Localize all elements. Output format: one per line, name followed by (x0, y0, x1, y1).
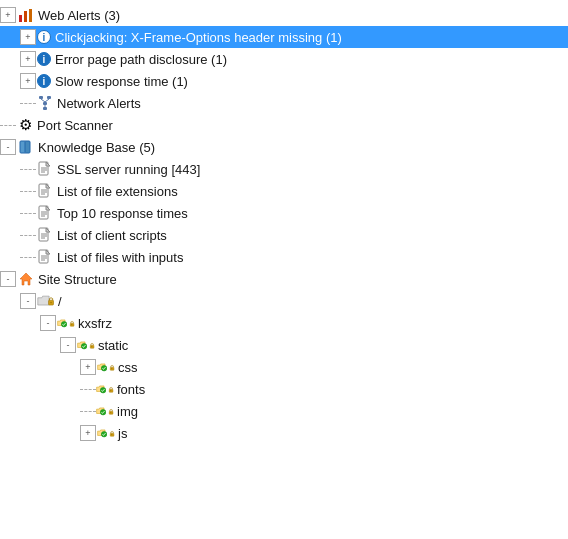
svg-rect-4 (47, 96, 51, 99)
svg-rect-1 (24, 11, 27, 22)
check-lock-icon (57, 314, 75, 332)
connector (80, 411, 96, 412)
tree-item-clickjacking[interactable]: +iClickjacking: X-Frame-Options header m… (0, 26, 568, 48)
tree-item-static[interactable]: - static (0, 334, 568, 356)
tree-item-files-inputs[interactable]: List of files with inputs (0, 246, 568, 268)
dash-line (80, 389, 96, 390)
expander-root-folder[interactable]: - (20, 293, 36, 309)
connector (80, 389, 96, 390)
dash-line (20, 257, 36, 258)
svg-rect-56 (110, 412, 111, 413)
expander-knowledge-base[interactable]: - (0, 139, 16, 155)
tree-item-css[interactable]: + css (0, 356, 568, 378)
svg-rect-2 (29, 9, 32, 22)
doc-icon (36, 182, 54, 200)
tree-label-web-alerts: Web Alerts (3) (38, 8, 120, 23)
tree-item-site-structure[interactable]: - Site Structure (0, 268, 568, 290)
tree-item-root-folder[interactable]: - / (0, 290, 568, 312)
expander-web-alerts[interactable]: + (0, 7, 16, 23)
check-lock-icon (77, 336, 95, 354)
expander-kxsfrz[interactable]: - (40, 315, 56, 331)
tree-label-ssl-server: SSL server running [443] (57, 162, 200, 177)
tree-item-network-alerts[interactable]: Network Alerts (0, 92, 568, 114)
info-icon: i (37, 30, 51, 44)
expander-error-page[interactable]: + (20, 51, 36, 67)
connector (20, 103, 36, 104)
tree-label-slow-response: Slow response time (1) (55, 74, 188, 89)
tree-item-web-alerts[interactable]: + Web Alerts (3) (0, 4, 568, 26)
connector (0, 125, 16, 126)
network-icon (36, 94, 54, 112)
tree-label-css: css (118, 360, 138, 375)
expander-clickjacking[interactable]: + (20, 29, 36, 45)
svg-rect-50 (111, 368, 112, 369)
info-icon: i (37, 52, 51, 66)
tree-item-error-page[interactable]: +iError page path disclosure (1) (0, 48, 568, 70)
check-lock-icon (97, 424, 115, 442)
expander-slow-response[interactable]: + (20, 73, 36, 89)
svg-rect-6 (43, 107, 47, 110)
check-lock-icon (96, 402, 114, 420)
tree-item-ssl-server[interactable]: SSL server running [443] (0, 158, 568, 180)
svg-rect-11 (25, 141, 30, 153)
tree-item-knowledge-base[interactable]: - Knowledge Base (5) (0, 136, 568, 158)
tree-item-top10-response[interactable]: Top 10 response times (0, 202, 568, 224)
svg-rect-0 (19, 15, 22, 22)
doc-icon (36, 226, 54, 244)
connector (20, 257, 36, 258)
tree-label-kxsfrz: kxsfrz (78, 316, 112, 331)
expander-site-structure[interactable]: - (0, 271, 16, 287)
doc-icon (36, 248, 54, 266)
tree-label-img: img (117, 404, 138, 419)
tree-item-client-scripts[interactable]: List of client scripts (0, 224, 568, 246)
expander-js[interactable]: + (80, 425, 96, 441)
gear-icon: ⚙ (16, 116, 34, 134)
tree-label-files-inputs: List of files with inputs (57, 250, 183, 265)
dash-line (0, 125, 16, 126)
check-lock-icon (97, 358, 115, 376)
tree-label-knowledge-base: Knowledge Base (5) (38, 140, 155, 155)
svg-rect-3 (39, 96, 43, 99)
bar-chart-icon (17, 6, 35, 24)
svg-line-8 (45, 99, 49, 102)
book-icon (17, 138, 35, 156)
tree-item-js[interactable]: + js (0, 422, 568, 444)
tree-label-root-folder: / (58, 294, 62, 309)
tree-item-port-scanner[interactable]: ⚙Port Scanner (0, 114, 568, 136)
tree-label-js: js (118, 426, 127, 441)
dash-line (20, 213, 36, 214)
dash-line (80, 411, 96, 412)
tree-label-network-alerts: Network Alerts (57, 96, 141, 111)
connector (20, 191, 36, 192)
tree-label-site-structure: Site Structure (38, 272, 117, 287)
dash-line (20, 103, 36, 104)
tree-label-static: static (98, 338, 128, 353)
info-icon: i (37, 74, 51, 88)
expander-css[interactable]: + (80, 359, 96, 375)
tree-label-fonts: fonts (117, 382, 145, 397)
svg-rect-59 (111, 434, 112, 435)
tree-view: + Web Alerts (3)+iClickjacking: X-Frame-… (0, 0, 568, 448)
svg-rect-10 (20, 141, 25, 153)
tree-item-img[interactable]: img (0, 400, 568, 422)
expander-static[interactable]: - (60, 337, 76, 353)
svg-rect-53 (110, 390, 111, 391)
doc-icon (36, 160, 54, 178)
doc-icon (36, 204, 54, 222)
svg-rect-47 (91, 346, 92, 347)
svg-rect-44 (71, 324, 72, 325)
tree-item-file-extensions[interactable]: List of file extensions (0, 180, 568, 202)
tree-item-slow-response[interactable]: +iSlow response time (1) (0, 70, 568, 92)
svg-line-7 (41, 99, 45, 102)
tree-label-error-page: Error page path disclosure (1) (55, 52, 227, 67)
tree-label-file-extensions: List of file extensions (57, 184, 178, 199)
tree-item-fonts[interactable]: fonts (0, 378, 568, 400)
svg-rect-5 (43, 102, 47, 105)
folder-lock-icon (37, 292, 55, 310)
dash-line (20, 191, 36, 192)
svg-rect-41 (50, 302, 52, 304)
connector (20, 169, 36, 170)
connector (20, 213, 36, 214)
tree-item-kxsfrz[interactable]: - kxsfrz (0, 312, 568, 334)
home-icon (17, 270, 35, 288)
